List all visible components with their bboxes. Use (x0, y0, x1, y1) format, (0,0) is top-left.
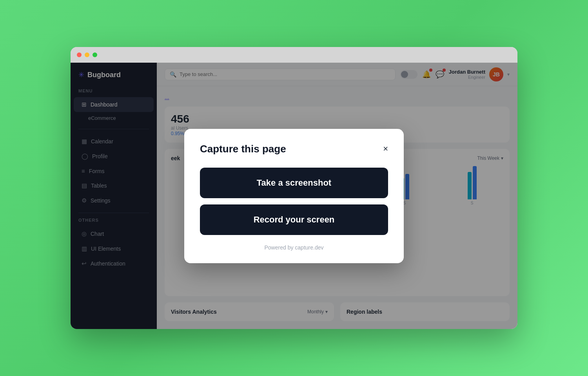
modal-overlay[interactable]: Capture this page × Take a screenshot Re… (71, 63, 517, 329)
record-button[interactable]: Record your screen (200, 204, 388, 235)
modal-footer: Powered by capture.dev (200, 244, 388, 251)
modal-title: Capture this page (200, 143, 286, 155)
browser-window: ✳ Bugboard MENU ⊞ Dashboard eCommerce ▦ … (71, 47, 517, 329)
modal-close-button[interactable]: × (383, 145, 388, 153)
browser-close-dot[interactable] (77, 52, 82, 57)
modal: Capture this page × Take a screenshot Re… (184, 129, 404, 263)
browser-chrome (71, 47, 517, 63)
modal-header: Capture this page × (200, 143, 388, 155)
app-container: ✳ Bugboard MENU ⊞ Dashboard eCommerce ▦ … (71, 63, 517, 329)
browser-expand-dot[interactable] (93, 52, 97, 57)
screenshot-button[interactable]: Take a screenshot (200, 168, 388, 198)
browser-minimize-dot[interactable] (85, 52, 89, 57)
